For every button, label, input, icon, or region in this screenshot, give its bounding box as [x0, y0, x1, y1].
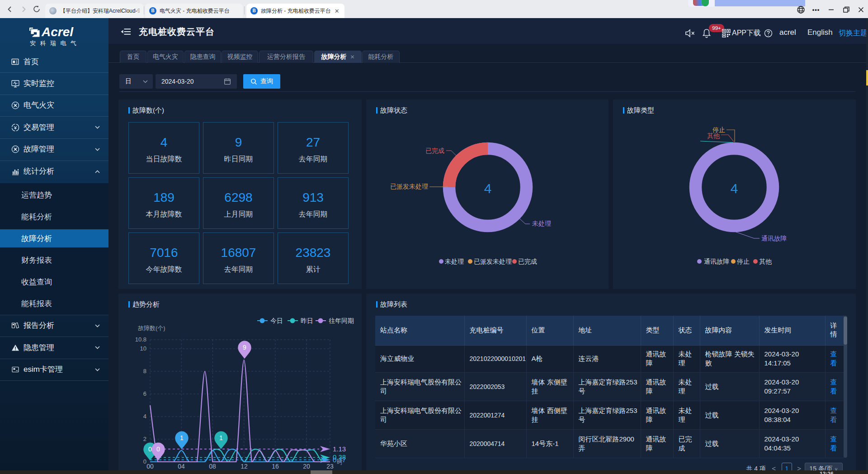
svg-text:停止: 停止 — [737, 258, 750, 265]
svg-text:9: 9 — [243, 344, 246, 351]
svg-text:1: 1 — [219, 434, 223, 441]
svg-text:00: 00 — [146, 463, 154, 470]
svg-text:已派发未处理: 已派发未处理 — [474, 258, 512, 265]
svg-text:0: 0 — [156, 446, 160, 453]
svg-text:故障数(个): 故障数(个) — [138, 325, 165, 332]
svg-text:通讯故障: 通讯故障 — [704, 258, 729, 265]
svg-text:2: 2 — [143, 436, 146, 442]
svg-text:12: 12 — [241, 463, 248, 470]
svg-text:其他: 其他 — [759, 258, 772, 265]
svg-text:已派发未处理: 已派发未处理 — [390, 183, 428, 190]
svg-text:已完成: 已完成 — [425, 147, 444, 154]
svg-text:23: 23 — [326, 463, 334, 470]
svg-text:04: 04 — [178, 463, 185, 470]
svg-text:往年同期: 往年同期 — [329, 317, 354, 324]
svg-text:昨日: 昨日 — [301, 317, 313, 324]
svg-text:未处理: 未处理 — [445, 258, 464, 265]
svg-text:8: 8 — [143, 368, 146, 374]
svg-text:16: 16 — [272, 463, 279, 470]
svg-text:1: 1 — [180, 434, 184, 441]
svg-text:通讯故障: 通讯故障 — [761, 235, 787, 242]
svg-text:4: 4 — [484, 181, 492, 196]
svg-text:4: 4 — [143, 413, 146, 420]
svg-text:时: 时 — [337, 459, 343, 465]
svg-text:0: 0 — [143, 458, 146, 465]
svg-text:其他: 其他 — [707, 132, 720, 139]
svg-text:20: 20 — [303, 463, 310, 470]
svg-text:今日: 今日 — [270, 317, 283, 324]
svg-text:08: 08 — [209, 463, 216, 470]
svg-text:10: 10 — [140, 345, 146, 352]
svg-text:4: 4 — [731, 181, 738, 196]
svg-text:已完成: 已完成 — [518, 258, 537, 265]
svg-text:未处理: 未处理 — [532, 220, 551, 227]
svg-text:1.13: 1.13 — [333, 445, 346, 453]
svg-text:0: 0 — [148, 446, 152, 453]
svg-text:10.8: 10.8 — [135, 336, 146, 343]
svg-text:6: 6 — [143, 390, 146, 397]
